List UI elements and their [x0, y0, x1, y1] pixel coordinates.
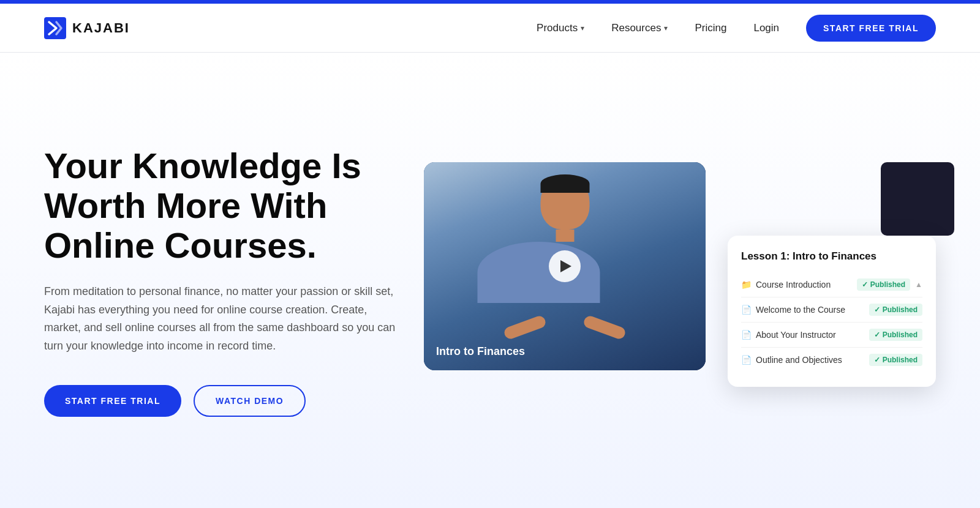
dark-panel-decoration: [881, 162, 954, 236]
published-badge-0: ✓ Published: [857, 278, 910, 291]
chevron-up-icon: ▲: [915, 280, 922, 289]
panel-title: Lesson 1: Intro to Finances: [741, 250, 922, 263]
hero-subtext: From meditation to personal finance, no …: [44, 283, 399, 356]
panel-row-0: 📁 Course Introduction ✓ Published ▲: [741, 272, 922, 297]
person-body: [478, 242, 600, 303]
logo[interactable]: KAJABI: [44, 17, 130, 39]
chevron-down-icon: ▾: [664, 24, 668, 32]
file-icon-2: 📄: [741, 329, 751, 340]
chevron-down-icon: ▾: [581, 24, 584, 32]
panel-row-1-label: Welcome to the Course: [756, 305, 845, 315]
published-badge-2: ✓ Published: [869, 329, 922, 341]
nav-start-free-trial-button[interactable]: START FREE TRIAL: [806, 15, 936, 42]
video-background: Intro to Finances: [424, 162, 706, 370]
hero-start-free-trial-button[interactable]: START FREE TRIAL: [44, 385, 181, 417]
hero-buttons: START FREE TRIAL WATCH DEMO: [44, 385, 424, 417]
navbar: KAJABI Products ▾ Resources ▾ Pricing Lo…: [0, 4, 980, 53]
panel-row-3-label: Outline and Objectives: [756, 355, 842, 365]
panel-row-3: 📄 Outline and Objectives ✓ Published: [741, 348, 922, 372]
nav-products[interactable]: Products ▾: [537, 22, 584, 34]
kajabi-logo-icon: [44, 17, 66, 39]
published-badge-3: ✓ Published: [869, 354, 922, 366]
person-silhouette: [530, 174, 600, 303]
logo-text: KAJABI: [72, 20, 130, 36]
nav-resources[interactable]: Resources ▾: [611, 22, 668, 34]
hero-section: Your Knowledge Is Worth More With Online…: [0, 53, 980, 508]
panel-row-1: 📄 Welcome to the Course ✓ Published: [741, 297, 922, 323]
play-triangle-icon: [560, 260, 571, 272]
person-arms: [497, 309, 632, 334]
video-label: Intro to Finances: [436, 345, 525, 358]
person-hair: [540, 174, 589, 193]
check-icon: ✓: [862, 280, 868, 289]
lesson-panel-card: Lesson 1: Intro to Finances 📁 Course Int…: [728, 236, 936, 387]
hero-illustration: Intro to Finances Lesson 1: Intro to Fin…: [424, 162, 936, 419]
file-icon-1: 📄: [741, 304, 751, 315]
person-head: [540, 174, 589, 230]
folder-icon: 📁: [741, 279, 751, 290]
nav-links: Products ▾ Resources ▾ Pricing Login STA…: [537, 15, 936, 42]
person-neck: [556, 230, 574, 242]
panel-row-2: 📄 About Your Instructor ✓ Published: [741, 323, 922, 348]
video-card: Intro to Finances: [424, 162, 706, 370]
nav-login[interactable]: Login: [753, 22, 779, 34]
panel-row-2-label: About Your Instructor: [756, 330, 836, 340]
check-icon: ✓: [874, 356, 880, 364]
published-badge-1: ✓ Published: [869, 304, 922, 316]
video-play-button[interactable]: [549, 250, 581, 282]
hero-watch-demo-button[interactable]: WATCH DEMO: [194, 385, 306, 417]
hero-content: Your Knowledge Is Worth More With Online…: [44, 146, 424, 417]
check-icon: ✓: [874, 305, 880, 314]
check-icon: ✓: [874, 331, 880, 339]
file-icon-3: 📄: [741, 354, 751, 365]
nav-pricing[interactable]: Pricing: [695, 22, 726, 34]
panel-row-0-label: Course Introduction: [756, 280, 831, 289]
hero-heading: Your Knowledge Is Worth More With Online…: [44, 146, 424, 266]
